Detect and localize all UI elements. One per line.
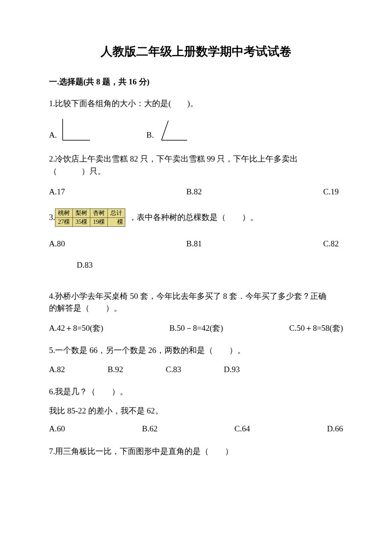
- q6-choice-a: A.60: [49, 423, 65, 435]
- question-2: 2.冷饮店上午卖出雪糕 82 只，下午卖出雪糕 99 只，下午比上午多卖出 （ …: [49, 153, 343, 198]
- q2-choices: A.17 B.82 C.19: [49, 186, 339, 198]
- q5-choice-d: D.93: [224, 364, 239, 376]
- tree-count-table: 桃树 梨树 杏树 总计 27棵 35棵 19棵 棵: [55, 208, 125, 227]
- q6-choice-d: D.66: [327, 423, 343, 435]
- q5-choices: A.82 B.92 C.83 D.93: [49, 364, 343, 376]
- question-7: 7.用三角板比一比，下面图形中是直角的是（ ）: [49, 445, 343, 458]
- table-cell-27: 27棵: [55, 217, 73, 226]
- question-4: 4.孙桥小学去年买桌椅 50 套，今年比去年多买了 8 套．今年买了多少套？正确…: [49, 290, 343, 335]
- question-3: 3. 桃树 梨树 杏树 总计 27棵 35棵 19棵 棵 ，表中各种树的总棵数是…: [49, 208, 343, 272]
- q2-choice-b: B.82: [186, 186, 202, 198]
- q6-choice-b: B.62: [142, 423, 157, 435]
- page-title: 人教版二年级上册数学期中考试试卷: [49, 43, 343, 61]
- q5-choice-a: A.82: [49, 364, 65, 376]
- svg-line-2: [161, 121, 168, 140]
- q5-choice-c: C.83: [166, 364, 181, 376]
- q2-line1: 2.冷饮店上午卖出雪糕 82 只，下午卖出雪糕 99 只，下午比上午多卖出: [49, 153, 343, 165]
- q5-choice-b: B.92: [107, 364, 123, 376]
- question-5: 5.一个数是 66，另一个数是 26，两数的和是（ ）。 A.82 B.92 C…: [49, 344, 343, 376]
- right-angle-icon: [59, 117, 92, 143]
- choice-label-a: A.: [49, 129, 57, 142]
- q2-line2: （ ）只。: [49, 165, 343, 178]
- q6-choices: A.60 B.62 C.64 D.66: [49, 423, 343, 435]
- q3-choice-a: A.80: [49, 238, 65, 250]
- section-heading: 一.选择题(共 8 题，共 16 分): [49, 76, 343, 88]
- q3-prefix: 3.: [49, 211, 55, 224]
- q5-text: 5.一个数是 66，另一个数是 26，两数的和是（ ）。: [49, 344, 343, 357]
- table-cell-19: 19棵: [90, 217, 108, 226]
- q2-choice-a: A.17: [49, 186, 65, 198]
- q4-choices: A.42＋8=50(套) B.50－8=42(套) C.50＋8=58(套): [49, 322, 343, 335]
- q4-line2: 的解答是（ ）。: [49, 302, 343, 315]
- table-header-pear: 梨树: [73, 208, 90, 217]
- table-header-peach: 桃树: [55, 208, 73, 217]
- q3-choice-b: B.81: [186, 238, 202, 250]
- q4-choice-b: B.50－8=42(套): [169, 322, 223, 335]
- q4-choice-c: C.50＋8=58(套): [289, 322, 343, 335]
- q6-sub: 我比 85-22 的差小，我不是 62。: [49, 405, 343, 417]
- table-header-total: 总计: [108, 208, 125, 217]
- q3-row: 3. 桃树 梨树 杏树 总计 27棵 35棵 19棵 棵 ，表中各种树的总棵数是…: [49, 208, 343, 227]
- q4-line1: 4.孙桥小学去年买桌椅 50 套，今年比去年多买了 8 套．今年买了多少套？正确: [49, 290, 343, 303]
- q1-figures: A. B.: [49, 117, 343, 143]
- question-6: 6.我是几？（ ）。 我比 85-22 的差小，我不是 62。 A.60 B.6…: [49, 386, 343, 435]
- obtuse-angle-icon: [156, 117, 190, 143]
- q3-choice-c: C.82: [323, 238, 339, 250]
- q3-suffix: ，表中各种树的总棵数是（ ）。: [129, 211, 258, 224]
- q6-text: 6.我是几？（ ）。: [49, 386, 343, 398]
- q1-text: 1.比较下面各组角的大小：大的是( )。: [49, 98, 343, 110]
- table-header-apricot: 杏树: [90, 208, 108, 217]
- q7-text: 7.用三角板比一比，下面图形中是直角的是（ ）: [49, 445, 343, 458]
- question-1: 1.比较下面各组角的大小：大的是( )。 A. B.: [49, 98, 343, 143]
- choice-label-b: B.: [146, 129, 153, 142]
- q3-choice-d: D.83: [77, 259, 343, 272]
- q6-choice-c: C.64: [234, 423, 250, 435]
- q2-choice-c: C.19: [323, 186, 339, 198]
- q3-choices-abc: A.80 B.81 C.82: [49, 238, 339, 250]
- q4-choice-a: A.42＋8=50(套): [49, 322, 103, 335]
- table-cell-total: 棵: [108, 217, 125, 226]
- table-cell-35: 35棵: [73, 217, 90, 226]
